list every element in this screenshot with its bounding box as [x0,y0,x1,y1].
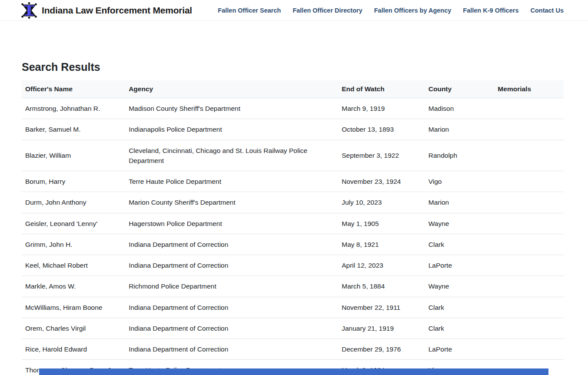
end-of-watch-cell: July 10, 2023 [338,192,425,213]
agency-cell: Terre Haute Police Department [125,171,338,192]
agency-cell: Indiana Department of Correction [125,339,338,360]
nav-link-fallen-officer-directory[interactable]: Fallen Officer Directory [292,7,362,14]
end-of-watch-cell: May 1, 1905 [338,213,425,234]
column-header-county: County [425,80,495,98]
column-header-memorials: Memorials [494,80,564,98]
county-cell: Wayne [425,213,495,234]
memorials-cell [494,98,564,119]
site-header: Indiana Law Enforcement Memorial Fallen … [0,0,588,21]
agency-cell: Indiana Department of Correction [125,318,338,338]
officer-name-cell[interactable]: Barker, Samuel M. [22,119,125,140]
agency-cell: Marion County Sheriff's Department [125,192,338,213]
county-cell: Randolph [425,140,495,171]
county-cell: Clark [425,234,495,255]
county-cell: Marion [425,192,495,213]
memorials-cell [494,255,564,276]
agency-cell: Hagerstown Police Department [125,213,338,234]
memorials-cell [494,234,564,255]
table-row[interactable]: Barker, Samuel M.Indianapolis Police Dep… [22,119,564,140]
county-cell: LaPorte [425,339,495,360]
end-of-watch-cell: April 12, 2023 [338,255,425,276]
officer-name-cell[interactable]: Durm, John Anthony [22,192,125,213]
table-row[interactable]: Blazier, WilliamCleveland, Cincinnati, C… [22,140,564,171]
brand[interactable]: Indiana Law Enforcement Memorial [21,2,192,19]
end-of-watch-cell: May 8, 1921 [338,234,425,255]
memorials-cell [494,297,564,318]
officer-name-cell[interactable]: Armstrong, Johnathan R. [22,98,125,119]
agency-cell: Indiana Department of Correction [125,297,338,318]
agency-cell: Richmond Police Department [125,276,338,297]
end-of-watch-cell: March 9, 1919 [338,98,425,119]
officer-name-cell[interactable]: Rice, Harold Edward [22,339,125,360]
end-of-watch-cell: September 3, 1922 [338,140,425,171]
results-table: Officer's Name Agency End of Watch Count… [22,80,564,375]
county-cell: Wayne [425,276,495,297]
officer-name-cell[interactable]: Markle, Amos W. [22,276,125,297]
table-row[interactable]: Grimm, John H.Indiana Department of Corr… [22,234,564,255]
sheriff-badge-logo-icon [21,2,37,19]
memorials-cell [494,276,564,297]
table-row[interactable]: Durm, John AnthonyMarion County Sheriff'… [22,192,564,213]
end-of-watch-cell: March 5, 1884 [338,276,425,297]
table-row[interactable]: Borum, HarryTerre Haute Police Departmen… [22,171,564,192]
agency-cell: Indianapolis Police Department [125,119,338,140]
officer-name-cell[interactable]: Blazier, William [22,140,125,171]
page-title: Search Results [22,61,564,73]
nav-link-contact-us[interactable]: Contact Us [530,7,564,14]
memorials-cell [494,140,564,171]
main-nav: Fallen Officer Search Fallen Officer Dir… [218,7,564,14]
agency-cell: Cleveland, Cincinnati, Chicago and St. L… [125,140,338,171]
results-table-body: Armstrong, Johnathan R.Madison County Sh… [22,98,564,375]
end-of-watch-cell: November 23, 1924 [338,171,425,192]
column-header-end-of-watch: End of Watch [338,80,425,98]
officer-name-cell[interactable]: Orem, Charles Virgil [22,318,125,338]
memorials-cell [494,213,564,234]
end-of-watch-cell: January 21, 1919 [338,318,425,338]
footer-bar [39,368,548,375]
table-row[interactable]: Geisler, Leonard 'Lenny'Hagerstown Polic… [22,213,564,234]
county-cell: LaPorte [425,255,495,276]
officer-name-cell[interactable]: Borum, Harry [22,171,125,192]
county-cell: Clark [425,297,495,318]
county-cell: Marion [425,119,495,140]
table-row[interactable]: Markle, Amos W.Richmond Police Departmen… [22,276,564,297]
memorials-cell [494,192,564,213]
nav-link-fallen-officer-search[interactable]: Fallen Officer Search [218,7,281,14]
memorials-cell [494,171,564,192]
nav-link-fallen-k9-officers[interactable]: Fallen K-9 Officers [463,7,518,14]
agency-cell: Madison County Sheriff's Department [125,98,338,119]
officer-name-cell[interactable]: Keel, Michael Robert [22,255,125,276]
officer-name-cell[interactable]: Grimm, John H. [22,234,125,255]
table-row[interactable]: Keel, Michael RobertIndiana Department o… [22,255,564,276]
county-cell: Vigo [425,171,495,192]
brand-title: Indiana Law Enforcement Memorial [42,5,192,16]
memorials-cell [494,339,564,360]
table-row[interactable]: Orem, Charles VirgilIndiana Department o… [22,318,564,338]
table-row[interactable]: Rice, Harold EdwardIndiana Department of… [22,339,564,360]
table-row[interactable]: McWilliams, Hiram BooneIndiana Departmen… [22,297,564,318]
column-header-agency: Agency [125,80,338,98]
memorials-cell [494,318,564,338]
county-cell: Clark [425,318,495,338]
officer-name-cell[interactable]: Geisler, Leonard 'Lenny' [22,213,125,234]
results-table-header: Officer's Name Agency End of Watch Count… [22,80,564,98]
nav-link-fallen-officers-by-agency[interactable]: Fallen Officers by Agency [374,7,452,14]
column-header-officers-name: Officer's Name [22,80,125,98]
end-of-watch-cell: October 13, 1893 [338,119,425,140]
table-row[interactable]: Armstrong, Johnathan R.Madison County Sh… [22,98,564,119]
memorials-cell [494,119,564,140]
end-of-watch-cell: December 29, 1976 [338,339,425,360]
agency-cell: Indiana Department of Correction [125,234,338,255]
end-of-watch-cell: November 22, 1911 [338,297,425,318]
main-content: Search Results Officer's Name Agency End… [22,61,564,375]
officer-name-cell[interactable]: McWilliams, Hiram Boone [22,297,125,318]
county-cell: Madison [425,98,495,119]
agency-cell: Indiana Department of Correction [125,255,338,276]
